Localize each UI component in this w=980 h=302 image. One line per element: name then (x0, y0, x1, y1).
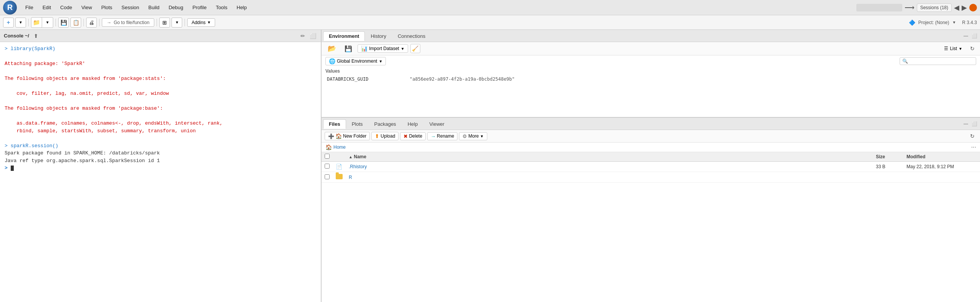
files-minimize-icon[interactable]: — (962, 120, 970, 128)
clear-env-btn[interactable]: 🧹 (410, 44, 420, 53)
rename-label: Rename (437, 133, 454, 139)
file-size-rhistory: 33 B (873, 162, 903, 172)
import-dropdown-icon: ▼ (401, 47, 405, 51)
project-info: 🔷 Project: (None) ▼ R 3.4.3 (909, 19, 977, 26)
breadcrumb-home[interactable]: 🏠 Home (325, 144, 346, 150)
open-folder-btn[interactable]: 📁 (31, 18, 42, 28)
broom-icon: 🧹 (412, 45, 418, 52)
console-line-9: Spark package found in SPARK_HOME: /data… (5, 149, 316, 157)
breadcrumb-more-btn[interactable]: ··· (971, 144, 976, 151)
file-name-rhistory[interactable]: .Rhistory (349, 164, 367, 169)
new-folder-btn[interactable]: ➕ 🏠 New Folder (325, 132, 370, 140)
console-header: Console ~/ ⬆ ✏ ⬜ (0, 30, 321, 42)
file-name-cell-rhistory: .Rhistory (346, 162, 873, 172)
console-maximize-icon[interactable]: ⬜ (309, 32, 317, 40)
tab-connections[interactable]: Connections (392, 31, 431, 41)
console-line-blank-6 (5, 135, 316, 142)
env-minimize-icon[interactable]: — (962, 32, 970, 40)
username-blurred (856, 4, 902, 11)
console-content[interactable]: > library(SparkR) Attaching package: 'Sp… (0, 42, 321, 302)
save-btn[interactable]: 💾 (58, 18, 69, 28)
env-toolbar: 📂 💾 📊 Import Dataset ▼ 🧹 ☰ (322, 42, 980, 55)
console-share-icon[interactable]: ⬆ (34, 33, 38, 39)
env-var-name: DATABRICKS_GUID (327, 76, 403, 82)
file-checkbox-r[interactable] (325, 174, 330, 179)
list-view-btn[interactable]: ☰ List ▼ (941, 45, 965, 52)
session-arrow-left[interactable]: ◀ (954, 3, 959, 12)
rename-btn[interactable]: → Rename (427, 132, 457, 140)
files-maximize-icon[interactable]: ⬜ (970, 120, 978, 128)
tab-history[interactable]: History (365, 31, 392, 41)
upload-btn[interactable]: ⬆ Upload (371, 132, 399, 140)
file-modified-r (903, 172, 980, 183)
files-refresh-btn[interactable]: ↻ (968, 132, 977, 141)
header-name-col[interactable]: ▲ Name (346, 152, 873, 162)
session-status-icon (969, 4, 977, 11)
global-env-btn[interactable]: 🌐 Global Environment ▼ (325, 57, 386, 65)
r-version-label: R 3.4.3 (962, 20, 977, 25)
header-modified-col[interactable]: Modified (903, 152, 980, 162)
env-search-input[interactable] (908, 58, 973, 64)
more-btn[interactable]: ⚙ More ▼ (459, 132, 487, 140)
env-save-btn[interactable]: 💾 (341, 44, 355, 53)
menubar: R File Edit Code View Plots Session Buil… (0, 0, 980, 15)
files-table-header: ▲ Name Size Modified (322, 152, 980, 162)
console-line-6: as.data.frame, colnames, colnames<-, dro… (5, 120, 316, 127)
menu-debug[interactable]: Debug (165, 3, 187, 12)
env-row-databricks[interactable]: DATABRICKS_GUID "a856ee92-a897-4f2b-a19a… (325, 75, 976, 83)
save-all-btn[interactable]: 📋 (70, 18, 81, 28)
env-open-btn[interactable]: 📂 (325, 44, 339, 54)
menu-help[interactable]: Help (233, 3, 251, 12)
gear-icon: ⚙ (462, 133, 467, 139)
tab-viewer[interactable]: Viewer (423, 119, 450, 129)
sessions-button[interactable]: Sessions (18) (917, 3, 952, 12)
go-to-file-btn[interactable]: → Go to file/function (102, 18, 154, 27)
console-line-2: Attaching package: 'SparkR' (5, 60, 316, 68)
addins-btn[interactable]: Addins ▼ (187, 18, 215, 27)
header-checkbox-col (322, 152, 333, 162)
menu-session[interactable]: Session (118, 3, 143, 12)
search-icon: 🔍 (902, 58, 908, 64)
files-panel: Files Plots Packages Help Viewer — ⬜ ➕ 🏠… (322, 118, 980, 302)
right-panel: Environment History Connections — ⬜ 📂 💾 (322, 30, 980, 302)
menu-edit[interactable]: Edit (39, 3, 55, 12)
new-dropdown-btn[interactable]: ▼ (15, 18, 26, 28)
header-size-col[interactable]: Size (873, 152, 903, 162)
file-row-checkbox (322, 162, 333, 172)
console-cursor (11, 166, 14, 171)
tab-packages[interactable]: Packages (369, 119, 402, 129)
files-table: ▲ Name Size Modified (322, 152, 980, 302)
tab-files[interactable]: Files (323, 119, 346, 129)
menu-view[interactable]: View (77, 3, 96, 12)
menu-tools[interactable]: Tools (212, 3, 231, 12)
grid-view-btn[interactable]: ⊞ (159, 18, 170, 28)
sessions-info: ⟶ Sessions (18) ◀ ▶ (856, 3, 977, 12)
console-line-blank-1 (5, 53, 316, 60)
env-maximize-icon[interactable]: ⬜ (970, 32, 978, 40)
select-all-checkbox[interactable] (325, 154, 330, 159)
new-script-btn[interactable]: + (3, 18, 14, 28)
list-label: List (950, 46, 957, 51)
open-dropdown-btn[interactable]: ▼ (42, 18, 53, 28)
delete-btn[interactable]: ✖ Delete (400, 132, 426, 140)
menu-file[interactable]: File (21, 3, 37, 12)
file-size-r (873, 172, 903, 183)
file-checkbox-rhistory[interactable] (325, 164, 330, 169)
menu-plots[interactable]: Plots (97, 3, 116, 12)
tab-help[interactable]: Help (402, 119, 424, 129)
menu-code[interactable]: Code (56, 3, 76, 12)
import-dataset-btn[interactable]: 📊 Import Dataset ▼ (358, 44, 408, 53)
grid-dropdown-btn[interactable]: ▼ (172, 18, 182, 28)
menu-profile[interactable]: Profile (189, 3, 211, 12)
console-pencil-icon[interactable]: ✏ (299, 32, 307, 40)
tab-plots[interactable]: Plots (346, 119, 369, 129)
session-arrow-right[interactable]: ▶ (962, 3, 967, 12)
arrow-icon: ⟶ (905, 3, 915, 12)
arrow-right-icon: → (107, 20, 111, 25)
console-line-10: Java ref type org.apache.spark.sql.Spark… (5, 157, 316, 165)
file-name-r[interactable]: R (349, 175, 352, 180)
tab-environment[interactable]: Environment (323, 31, 365, 41)
refresh-env-btn[interactable]: ↻ (968, 44, 977, 53)
print-btn[interactable]: 🖨 (86, 18, 97, 28)
menu-build[interactable]: Build (145, 3, 163, 12)
